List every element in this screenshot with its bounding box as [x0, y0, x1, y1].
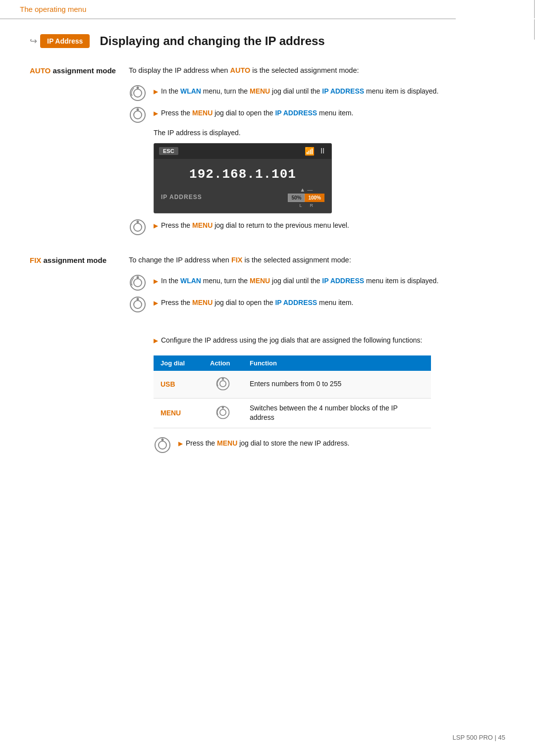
fix-label: FIX assignment mode: [30, 256, 129, 264]
step-arrow-icon-4: ▶: [154, 278, 158, 285]
menu-keyword-table: MENU: [160, 409, 181, 417]
screen-dash: —: [307, 187, 313, 193]
jog-dial-press-icon-2: [129, 218, 147, 236]
ip-address-term-4: IP ADDRESS: [275, 299, 317, 306]
footer-text: LSP 500 PRO | 45: [453, 734, 505, 741]
page-title: Displaying and changing the IP address: [100, 34, 324, 48]
fix-step-2: ▶Press the MENU jog dial to open the IP …: [129, 296, 505, 313]
auto-content: To display the IP address when AUTO is t…: [129, 65, 505, 240]
jog-table-section: Jog dial Action Function USB: [154, 355, 505, 454]
pause-icon: ⏸: [319, 147, 326, 155]
jog-dial-turn-icon-1: [129, 84, 147, 102]
svg-point-27: [161, 438, 164, 441]
usb-jog-dial-label: USB: [154, 371, 203, 399]
ip-badge-container: ↪ IP Address: [30, 34, 90, 48]
menu-action-cell: [203, 398, 243, 428]
fix-step-1-text: ▶In the WLAN menu, turn the MENU jog dia…: [154, 274, 438, 286]
step-arrow-icon-3: ▶: [154, 222, 158, 229]
svg-point-6: [137, 108, 139, 110]
svg-point-15: [134, 301, 142, 308]
auto-step-3-text: ▶Press the MENU jog dial to return to th…: [154, 218, 349, 231]
auto-step-2-text: ▶Press the MENU jog dial to open the IP …: [154, 106, 353, 118]
configure-step-text: ▶Configure the IP address using the jog …: [154, 333, 422, 346]
auto-step-1-text: ▶In the WLAN menu, turn the MENU jog dia…: [154, 84, 438, 97]
jog-dial-turn-icon-2: [129, 274, 147, 292]
menu-term-3: MENU: [192, 221, 213, 229]
auto-sub-text: The IP address is displayed.: [154, 128, 505, 138]
svg-point-8: [134, 223, 142, 231]
auto-label-col: AUTO assignment mode: [30, 65, 129, 240]
table-row-usb: USB: [154, 371, 431, 399]
final-step-text: ▶Press the MENU jog dial to store the ne…: [178, 436, 349, 449]
screen-icons: 📶 ⏸: [305, 147, 326, 156]
auto-keyword: AUTO: [30, 66, 51, 75]
configure-step-row: ▶Configure the IP address using the jog …: [129, 333, 505, 346]
jog-dial-press-icon-final: [154, 436, 171, 454]
esc-button: ESC: [159, 147, 178, 155]
fix-label-suffix: assignment mode: [41, 256, 107, 264]
jog-dial-press-icon-3: [129, 296, 147, 313]
fix-intro: To change the IP address when FIX is the…: [129, 255, 505, 266]
ip-address-term-2: IP ADDRESS: [275, 109, 317, 117]
svg-point-5: [134, 111, 142, 119]
menu-term-2: MENU: [192, 109, 213, 117]
col-header-action: Action: [203, 355, 243, 371]
menu-jog-dial-label: MENU: [154, 398, 203, 428]
jog-dial-press-icon-1: [129, 106, 147, 124]
auto-section: AUTO assignment mode To display the IP a…: [30, 65, 505, 240]
screen-main: 192.168.1.101 IP ADDRESS ▲ — 50% 100%: [154, 159, 331, 213]
usb-action-cell: [203, 371, 243, 399]
menu-term-5: MENU: [192, 299, 213, 306]
svg-point-2: [137, 86, 139, 89]
jog-dial-table: Jog dial Action Function USB: [154, 355, 431, 428]
auto-step-2: ▶Press the MENU jog dial to open the IP …: [129, 106, 505, 124]
usb-function-text: Enters numbers from 0 to 255: [243, 371, 431, 399]
fix-section: FIX assignment mode To change the IP add…: [30, 255, 505, 458]
fix-inline-keyword: FIX: [231, 256, 243, 264]
svg-point-11: [134, 279, 142, 287]
usb-action-icon: [215, 376, 231, 392]
fix-step-1: ▶In the WLAN menu, turn the MENU jog dia…: [129, 274, 505, 292]
svg-point-19: [222, 378, 224, 380]
fix-content: To change the IP address when FIX is the…: [129, 255, 505, 458]
auto-step-3: ▶Press the MENU jog dial to return to th…: [129, 218, 505, 236]
level-label-l: L: [295, 203, 306, 208]
screen-bottom: IP ADDRESS ▲ — 50% 100% L: [161, 187, 324, 208]
menu-term-final: MENU: [217, 439, 237, 447]
auto-intro: To display the IP address when AUTO is t…: [129, 65, 505, 76]
breadcrumb: The operating menu: [20, 5, 86, 13]
ip-address-term-1: IP ADDRESS: [322, 87, 364, 95]
final-step: ▶Press the MENU jog dial to store the ne…: [154, 436, 505, 454]
ip-address-badge: IP Address: [40, 34, 90, 48]
level-label-r: R: [306, 203, 317, 208]
step-arrow-icon-5: ▶: [154, 300, 158, 306]
wlan-term-2: WLAN: [180, 277, 201, 285]
screen-top-bar: ESC 📶 ⏸: [154, 144, 331, 159]
fix-step-2-text: ▶Press the MENU jog dial to open the IP …: [154, 296, 353, 308]
svg-point-23: [222, 406, 224, 408]
table-row-menu: MENU: [154, 398, 431, 428]
screen-mockup: ESC 📶 ⏸ 192.168.1.101 IP ADDRESS: [154, 143, 332, 213]
level-50: 50%: [288, 194, 305, 202]
svg-point-26: [159, 441, 166, 449]
auto-step-1: ▶In the WLAN menu, turn the MENU jog dia…: [129, 84, 505, 102]
step-arrow-icon-final: ▶: [178, 440, 183, 447]
menu-term-1: MENU: [250, 87, 270, 95]
svg-point-1: [134, 89, 142, 97]
screen-triangle-icon: ▲: [300, 187, 305, 193]
arrow-icon: ↪: [30, 36, 37, 47]
wifi-icon: 📶: [305, 147, 315, 156]
menu-term-4: MENU: [250, 277, 270, 285]
svg-point-16: [137, 298, 139, 300]
footer: LSP 500 PRO | 45: [453, 734, 505, 741]
fix-keyword: FIX: [30, 256, 41, 264]
level-100: 100%: [305, 194, 324, 202]
ip-address-screen-label: IP ADDRESS: [161, 194, 202, 201]
table-header-row: Jog dial Action Function: [154, 355, 431, 371]
auto-label-suffix: assignment mode: [51, 66, 116, 75]
col-header-jog-dial: Jog dial: [154, 355, 203, 371]
step-arrow-icon: ▶: [154, 88, 158, 95]
svg-point-22: [220, 409, 226, 415]
level-labels: L R: [295, 203, 317, 208]
auto-label: AUTO assignment mode: [30, 66, 129, 75]
